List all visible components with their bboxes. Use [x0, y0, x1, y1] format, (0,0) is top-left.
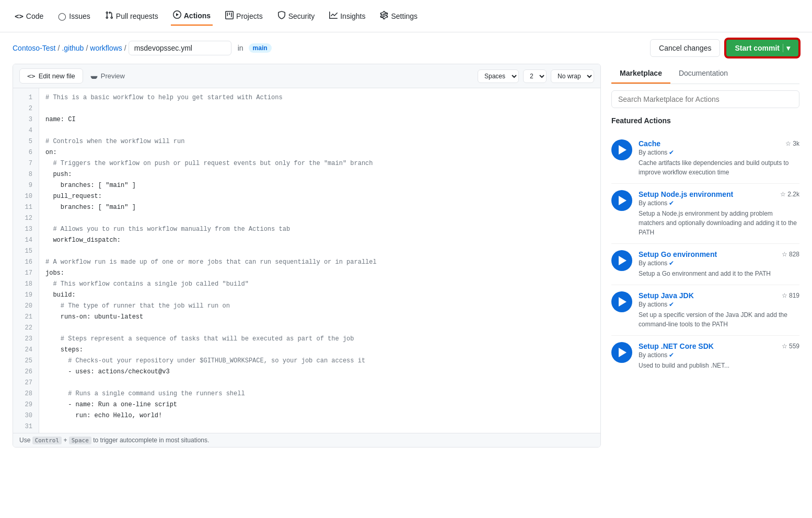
- star-icon-cache: ☆: [785, 140, 791, 147]
- action-item-setup-go: Setup Go environment ☆ 828 By actions ✔ …: [611, 244, 799, 285]
- nav-issues[interactable]: ◯ Issues: [56, 8, 92, 25]
- indent-select[interactable]: 2: [523, 69, 547, 83]
- star-icon-setup-go: ☆: [782, 251, 787, 258]
- actions-bar: Cancel changes Start commit ▾: [650, 39, 799, 57]
- tab-documentation[interactable]: Documentation: [670, 64, 736, 84]
- action-name-setup-go[interactable]: Setup Go environment: [639, 250, 717, 258]
- editor-tabs: <> Edit new file Preview: [19, 68, 132, 84]
- breadcrumb-dir1[interactable]: .github: [62, 44, 84, 52]
- action-by-setup-go: By actions ✔: [639, 260, 799, 267]
- top-nav: <> Code ◯ Issues Pull requests Actions P…: [0, 0, 812, 32]
- start-commit-button[interactable]: Start commit ▾: [725, 39, 799, 57]
- action-desc-cache: Cache artifacts like dependencies and bu…: [639, 158, 799, 177]
- start-commit-label: Start commit: [735, 44, 780, 52]
- action-stars-setup-go: ☆ 828: [782, 251, 799, 258]
- nav-code[interactable]: <> Code: [13, 8, 45, 25]
- verified-icon-setup-java: ✔: [669, 301, 674, 308]
- security-icon: [277, 11, 286, 21]
- action-name-setup-java[interactable]: Setup Java JDK: [639, 291, 694, 300]
- action-header-setup-node: Setup Node.js environment ☆ 2.2k: [639, 190, 799, 198]
- verified-icon-setup-node: ✔: [669, 199, 674, 207]
- action-info-setup-dotnet: Setup .NET Core SDK ☆ 559 By actions ✔ U…: [639, 342, 799, 370]
- sidebar-tabs: Marketplace Documentation: [611, 64, 799, 84]
- actions-icon: [173, 10, 181, 20]
- action-stars-cache: ☆ 3k: [785, 140, 799, 147]
- wrap-select[interactable]: No wrap: [551, 69, 594, 83]
- action-by-setup-java: By actions ✔: [639, 301, 799, 308]
- action-desc-setup-java: Set up a specific version of the Java JD…: [639, 310, 799, 329]
- action-by-setup-dotnet: By actions ✔: [639, 351, 799, 359]
- play-icon-setup-dotnet: [619, 348, 627, 357]
- nav-pull-requests-label: Pull requests: [116, 12, 158, 20]
- code-icon: <>: [15, 12, 24, 20]
- play-icon-setup-go: [619, 256, 627, 265]
- tab-preview-label: Preview: [101, 72, 125, 80]
- star-count-setup-node: 2.2k: [787, 191, 799, 198]
- action-info-setup-node: Setup Node.js environment ☆ 2.2k By acti…: [639, 190, 799, 237]
- tab-preview[interactable]: Preview: [83, 68, 132, 84]
- tab-edit-label: Edit new file: [39, 72, 75, 80]
- action-item-cache: Cache ☆ 3k By actions ✔ Cache artifacts …: [611, 133, 799, 184]
- breadcrumb-dir2[interactable]: workflows: [90, 44, 122, 52]
- nav-pull-requests[interactable]: Pull requests: [103, 7, 160, 25]
- action-icon-setup-dotnet: [611, 342, 632, 363]
- star-count-cache: 3k: [793, 140, 799, 147]
- action-icon-cache: [611, 139, 632, 160]
- breadcrumb-repo[interactable]: Contoso-Test: [13, 44, 55, 52]
- star-count-setup-go: 828: [789, 251, 799, 258]
- nav-settings-label: Settings: [391, 12, 417, 20]
- nav-settings[interactable]: Settings: [378, 7, 420, 25]
- action-header-cache: Cache ☆ 3k: [639, 139, 799, 148]
- action-stars-setup-node: ☆ 2.2k: [780, 191, 799, 198]
- action-desc-setup-go: Setup a Go environment and add it to the…: [639, 269, 799, 278]
- nav-security-label: Security: [288, 12, 315, 20]
- nav-projects-label: Projects: [236, 12, 263, 20]
- play-icon-setup-node: [619, 196, 627, 205]
- play-icon-cache: [619, 145, 627, 155]
- breadcrumb-sep2: /: [86, 44, 88, 52]
- action-header-setup-dotnet: Setup .NET Core SDK ☆ 559: [639, 342, 799, 350]
- action-item-setup-dotnet: Setup .NET Core SDK ☆ 559 By actions ✔ U…: [611, 336, 799, 376]
- action-desc-setup-dotnet: Used to build and publish .NET...: [639, 361, 799, 370]
- breadcrumb-sep3: /: [124, 44, 126, 52]
- verified-icon-setup-dotnet: ✔: [669, 351, 674, 359]
- nav-projects[interactable]: Projects: [223, 7, 265, 25]
- nav-actions-label: Actions: [184, 11, 211, 20]
- editor-status: Use Control + Space to trigger autocompl…: [13, 433, 600, 447]
- pull-requests-icon: [105, 11, 113, 21]
- star-icon-setup-dotnet: ☆: [782, 343, 787, 350]
- action-name-setup-node[interactable]: Setup Node.js environment: [639, 190, 733, 198]
- spaces-select[interactable]: Spaces: [478, 69, 519, 83]
- featured-actions-title: Featured Actions: [611, 116, 799, 125]
- breadcrumb-in-label: in: [238, 44, 243, 52]
- code-area[interactable]: 12345 678910 1112131415 1617181920 21222…: [13, 88, 600, 433]
- nav-actions[interactable]: Actions: [171, 6, 213, 26]
- edit-icon: <>: [27, 72, 36, 80]
- tab-marketplace[interactable]: Marketplace: [611, 64, 670, 84]
- tab-edit-new-file[interactable]: <> Edit new file: [19, 68, 83, 84]
- line-numbers: 12345 678910 1112131415 1617181920 21222…: [13, 88, 39, 433]
- action-name-cache[interactable]: Cache: [639, 139, 660, 148]
- breadcrumb-bar: Contoso-Test / .github / workflows / in …: [0, 32, 812, 64]
- filename-input[interactable]: [129, 41, 231, 55]
- editor-panel: <> Edit new file Preview Spaces 2: [13, 64, 601, 448]
- action-icon-setup-java: [611, 291, 632, 312]
- star-icon-setup-java: ☆: [782, 292, 787, 299]
- action-info-setup-java: Setup Java JDK ☆ 819 By actions ✔ Set up…: [639, 291, 799, 329]
- marketplace-search-input[interactable]: [611, 90, 799, 108]
- editor-controls: Spaces 2 No wrap: [478, 69, 594, 83]
- cancel-changes-button[interactable]: Cancel changes: [650, 39, 720, 57]
- verified-icon-cache: ✔: [669, 149, 674, 156]
- projects-icon: [225, 11, 234, 21]
- preview-icon: [90, 72, 98, 80]
- action-item-setup-node: Setup Node.js environment ☆ 2.2k By acti…: [611, 184, 799, 244]
- nav-security[interactable]: Security: [275, 7, 317, 25]
- issues-icon: ◯: [58, 12, 66, 20]
- action-name-setup-dotnet[interactable]: Setup .NET Core SDK: [639, 342, 714, 350]
- code-content[interactable]: # This is a basic workflow to help you g…: [39, 88, 600, 433]
- start-commit-dropdown-icon: ▾: [786, 44, 790, 52]
- editor-toolbar: <> Edit new file Preview Spaces 2: [13, 64, 600, 88]
- status-use: Use: [19, 437, 30, 444]
- insights-icon: [329, 11, 338, 21]
- nav-insights[interactable]: Insights: [327, 7, 367, 25]
